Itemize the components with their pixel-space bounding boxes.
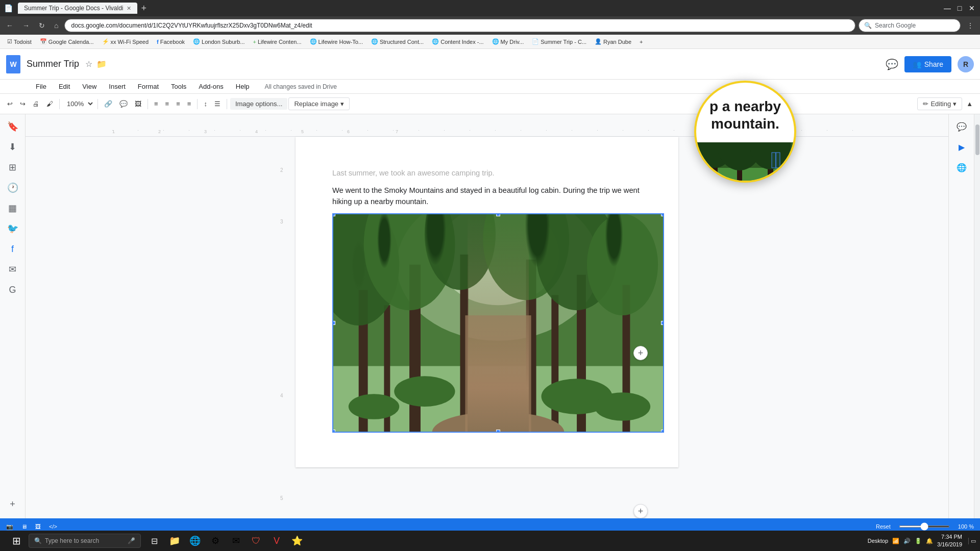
bookmark-sidebar-icon[interactable]: 🔖	[5, 118, 21, 135]
bookmark-todoist[interactable]: ☑ Todoist	[4, 37, 35, 46]
menu-insert[interactable]: Insert	[104, 81, 131, 92]
forest-image[interactable]	[332, 213, 664, 433]
handle-mid-left[interactable]	[332, 321, 335, 325]
grid-sidebar-icon[interactable]: ⊞	[5, 159, 21, 176]
search-bar[interactable]: 🔍 Search Google	[859, 19, 961, 32]
extensions-btn[interactable]: ⋮	[964, 19, 977, 32]
paragraph-smoky[interactable]: We went to the Smoky Mountains and staye…	[332, 185, 642, 207]
comment-icon[interactable]: 💬	[886, 58, 898, 70]
taskbar-vivaldi-icon[interactable]: V	[267, 533, 286, 549]
user-avatar[interactable]: R	[958, 56, 974, 72]
bookmark-london[interactable]: 🌐 London Suburb...	[190, 37, 248, 46]
new-tab-btn[interactable]: +	[141, 3, 147, 14]
toolbar-expand-btn[interactable]: ▲	[963, 98, 976, 110]
handle-top-left[interactable]	[332, 213, 335, 216]
add-sidebar-icon[interactable]: +	[5, 496, 21, 512]
network-icon[interactable]: 📶	[892, 538, 899, 544]
add-bookmark-btn[interactable]: +	[636, 38, 646, 46]
menu-tools[interactable]: Tools	[166, 81, 191, 92]
taskbar-star-icon[interactable]: ⭐	[288, 533, 306, 549]
taskbar-explorer-icon[interactable]: 📁	[165, 533, 184, 549]
handle-mid-right[interactable]	[661, 321, 664, 325]
vertical-scrollbar[interactable]	[974, 114, 980, 518]
doc-content-area[interactable]: 1 2 3 4 5 6 7 2 3 4 5	[26, 114, 948, 518]
handle-bottom-left[interactable]	[332, 430, 335, 433]
forward-btn[interactable]: →	[19, 19, 33, 32]
add-content-btn[interactable]: +	[633, 346, 648, 360]
layers-sidebar-icon[interactable]: ▦	[5, 200, 21, 216]
taskbar-search[interactable]: 🔍 Type here to search 🎤	[29, 534, 141, 548]
taskbar-store-icon[interactable]: ⚙	[206, 533, 225, 549]
notification-icon[interactable]: 🔔	[926, 538, 933, 544]
tab-close-icon[interactable]: ✕	[127, 5, 131, 12]
back-btn[interactable]: ←	[3, 19, 16, 32]
bookmark-wifi[interactable]: ⚡ xx Wi-Fi Speed	[99, 37, 152, 46]
folder-icon[interactable]: 📁	[96, 59, 107, 69]
comment-btn[interactable]: 💬	[116, 98, 131, 110]
bookmark-structured[interactable]: 🌐 Structured Cont...	[368, 37, 427, 46]
editing-dropdown[interactable]: ✏ Editing ▾	[917, 97, 962, 110]
document[interactable]: 2 3 4 5 Last summer, we took an awesome …	[296, 137, 678, 467]
google-sidebar-icon[interactable]: G	[5, 282, 21, 298]
download-sidebar-icon[interactable]: ⬇	[5, 139, 21, 155]
image-options-btn[interactable]: Image options...	[230, 98, 288, 110]
reset-label[interactable]: Reset	[876, 523, 891, 530]
bookmark-content-index[interactable]: 🌐 Content Index -...	[429, 37, 486, 46]
gmail-sidebar-icon[interactable]: ✉	[5, 261, 21, 278]
menu-format[interactable]: Format	[133, 81, 164, 92]
menu-view[interactable]: View	[77, 81, 102, 92]
reload-btn[interactable]: ↻	[36, 19, 48, 32]
bookmark-ryan-dube[interactable]: 👤 Ryan Dube	[592, 37, 634, 46]
paint-format-btn[interactable]: 🖌	[43, 98, 56, 110]
taskbar-mail-icon[interactable]: ✉	[227, 533, 245, 549]
image-btn[interactable]: 🖼	[132, 98, 144, 110]
twitter-sidebar-icon[interactable]: 🐦	[5, 220, 21, 237]
list-btn[interactable]: ☰	[211, 98, 224, 110]
address-bar[interactable]: docs.google.com/document/d/1IC2Q2VYtUYRK…	[64, 19, 855, 32]
battery-icon[interactable]: 🔋	[915, 538, 922, 544]
handle-top-right[interactable]	[661, 213, 664, 216]
line-spacing-btn[interactable]: ↕	[201, 98, 210, 110]
bookmark-drive[interactable]: 🌐 My Driv...	[489, 37, 527, 46]
bookmark-lifewire-howto[interactable]: 🌐 Lifewire How-To...	[307, 37, 366, 46]
taskbar-shield-icon[interactable]: 🛡	[247, 533, 265, 549]
bookmark-lifewire-content[interactable]: + Lifewire Conten...	[250, 38, 305, 46]
align-left-btn[interactable]: ≡	[151, 98, 161, 110]
close-btn[interactable]: ✕	[968, 4, 976, 12]
taskbar-multitask-icon[interactable]: ⊟	[145, 533, 163, 549]
star-icon[interactable]: ☆	[85, 59, 92, 69]
taskbar-edge-icon[interactable]: 🌐	[186, 533, 204, 549]
share-button[interactable]: 👥 Share	[904, 56, 951, 72]
start-button[interactable]: ⊞	[4, 533, 29, 549]
scrollbar-thumb[interactable]	[975, 124, 979, 155]
menu-addons[interactable]: Add-ons	[193, 81, 228, 92]
bookmark-summer-trip[interactable]: 📄 Summer Trip - C...	[529, 37, 590, 46]
redo-btn[interactable]: ↪	[17, 98, 29, 110]
link-btn[interactable]: 🔗	[101, 98, 115, 110]
maximize-btn[interactable]: □	[955, 4, 964, 12]
menu-help[interactable]: Help	[231, 81, 255, 92]
align-center-btn[interactable]: ≡	[162, 98, 173, 110]
sound-icon[interactable]: 🔊	[903, 538, 911, 544]
facebook-sidebar-icon[interactable]: f	[5, 241, 21, 257]
menu-file[interactable]: File	[31, 81, 52, 92]
handle-bottom-right[interactable]	[661, 430, 664, 433]
align-right-btn[interactable]: ≡	[173, 98, 183, 110]
undo-btn[interactable]: ↩	[4, 98, 16, 110]
print-btn[interactable]: 🖨	[30, 98, 42, 110]
expand-right-icon[interactable]: ▶	[953, 139, 970, 155]
handle-top-mid[interactable]	[496, 213, 500, 216]
comment-panel-icon[interactable]: 💬	[953, 118, 970, 135]
taskbar-desktop-label[interactable]: Desktop	[868, 538, 888, 544]
add-content-btn-2[interactable]: +	[633, 504, 648, 518]
taskbar-mic-icon[interactable]: 🎤	[128, 537, 135, 544]
clock-sidebar-icon[interactable]: 🕐	[5, 180, 21, 196]
minimize-btn[interactable]: —	[943, 4, 951, 12]
replace-image-btn[interactable]: Replace image ▾	[288, 97, 350, 110]
bookmark-facebook[interactable]: f Facebook	[154, 38, 188, 46]
justify-btn[interactable]: ≡	[184, 98, 194, 110]
active-tab[interactable]: Summer Trip - Google Docs - Vivaldi ✕	[18, 3, 137, 14]
handle-bottom-mid[interactable]	[496, 430, 500, 433]
bookmark-gcal[interactable]: 📅 Google Calenda...	[37, 37, 97, 46]
taskbar-time-area[interactable]: 7:34 PM 3/16/2019	[937, 533, 962, 549]
